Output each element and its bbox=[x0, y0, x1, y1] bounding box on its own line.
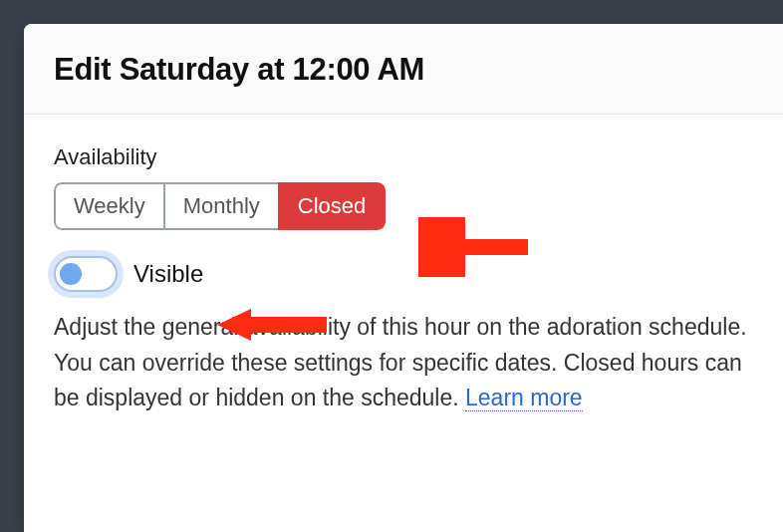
availability-option-monthly[interactable]: Monthly bbox=[163, 182, 280, 230]
help-text-body: Adjust the general availability of this … bbox=[54, 314, 747, 410]
availability-help-text: Adjust the general availability of this … bbox=[54, 310, 753, 416]
modal-header: Edit Saturday at 12:00 AM bbox=[24, 24, 783, 115]
availability-option-closed[interactable]: Closed bbox=[278, 182, 386, 230]
visible-toggle-row: Visible bbox=[54, 256, 753, 292]
visible-toggle-label: Visible bbox=[133, 260, 203, 288]
modal-body: Availability Weekly Monthly Closed Visib… bbox=[24, 115, 783, 416]
edit-hour-modal: Edit Saturday at 12:00 AM Availability W… bbox=[24, 24, 783, 532]
learn-more-link[interactable]: Learn more bbox=[465, 385, 583, 411]
toggle-knob-icon bbox=[60, 263, 82, 285]
availability-label: Availability bbox=[54, 144, 753, 170]
visible-toggle[interactable] bbox=[54, 256, 118, 292]
modal-title: Edit Saturday at 12:00 AM bbox=[54, 52, 753, 88]
availability-segmented-control: Weekly Monthly Closed bbox=[54, 182, 386, 230]
availability-option-weekly[interactable]: Weekly bbox=[54, 182, 165, 230]
